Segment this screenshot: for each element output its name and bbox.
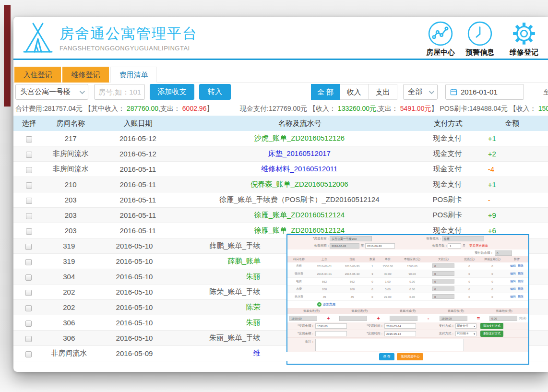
date-range-to-label: 至 — [543, 84, 548, 100]
row-checkbox[interactable] — [25, 321, 32, 327]
bill-name-link[interactable]: 倪春森_账单_ZD20160512006 — [179, 180, 419, 189]
summary-text: 287760.00 — [127, 105, 158, 112]
room-cell: 304 — [44, 273, 94, 281]
nav-repair-register-label: 维修登记 — [501, 48, 547, 57]
fee-debt-cell: 0 — [428, 271, 459, 276]
fee-due: 0.00 — [397, 296, 428, 298]
remark-textarea[interactable] — [315, 339, 464, 351]
edit-link[interactable]: 编辑 — [510, 280, 516, 283]
row-checkbox[interactable] — [26, 213, 32, 219]
house-name-input[interactable]: 头宫公寓一号楼203 — [330, 236, 372, 241]
transaction-row: *交易金额：*交易时间：2016-05-14支付方式：POS刷卡▾删除支付方式 — [287, 330, 528, 338]
totals-input[interactable]: 1590.00 — [440, 316, 467, 321]
add-income-expense-button[interactable]: 添加收支 — [150, 84, 194, 100]
bill-name-link[interactable]: 沙虎_账单_ZD20160512126 — [179, 134, 419, 143]
room-cell: 202 — [44, 288, 94, 296]
transaction-time-label: *交易时间： — [364, 332, 383, 336]
pay-method-select[interactable]: 现金支付▾ — [455, 323, 477, 329]
period-to-input[interactable]: 2016-06-30 — [365, 243, 395, 249]
month-unit-label: 月 — [461, 244, 467, 248]
row-checkbox[interactable] — [26, 136, 32, 143]
popup-footer: 保 存 返回房屋中心 — [281, 352, 522, 361]
row-checkbox[interactable] — [25, 305, 32, 311]
delete-link[interactable]: 删除 — [518, 264, 524, 267]
prepay-input[interactable]: 0 — [495, 250, 512, 256]
fee-debt-input[interactable]: 0 — [432, 271, 454, 276]
tenant-name-input[interactable]: 徐雁 — [442, 236, 484, 241]
delete-link[interactable]: 删除 — [518, 280, 524, 283]
pay-method-select[interactable]: POS刷卡▾ — [455, 331, 477, 336]
amount-cell: +1 — [476, 180, 548, 189]
row-checkbox[interactable] — [26, 152, 32, 158]
date-cell: 2016-05-10 — [94, 257, 175, 265]
save-button[interactable]: 保 存 — [379, 353, 395, 360]
fee-debt-input[interactable]: 0 — [432, 279, 454, 284]
period-from-input[interactable]: 2016-06-01 — [330, 243, 359, 249]
nav-repair-register[interactable]: 维修登记 — [501, 21, 547, 57]
edit-link[interactable]: 编辑 — [510, 272, 516, 275]
totals-input[interactable]: 1590.00 — [289, 316, 317, 321]
row-checkbox[interactable] — [25, 259, 32, 265]
bill-name-link[interactable]: 徐雁_账单_ZD20160512124 — [179, 211, 419, 220]
fee-debt-input[interactable]: 0 — [432, 286, 454, 291]
fee-due: 0.00 — [397, 288, 428, 291]
fee-due: 90.00 — [397, 273, 428, 275]
row-checkbox[interactable] — [26, 228, 32, 235]
fee-qty: 3 — [366, 273, 379, 275]
return-house-center-button[interactable]: 返回房屋中心 — [397, 353, 423, 360]
bill-name-link[interactable]: 床垫_20160512017 — [179, 149, 419, 158]
transaction-time-input[interactable]: 2016-05-14 — [384, 331, 416, 336]
room-cell: 203 — [45, 211, 96, 219]
date-from-input[interactable]: 2016-01-01 — [445, 84, 524, 100]
fee-debt-input[interactable]: 0 — [432, 294, 454, 299]
tab-1[interactable]: 入住登记 — [14, 67, 61, 83]
edit-link[interactable]: 编辑 — [510, 295, 516, 298]
filter-segment[interactable]: 全部 — [311, 84, 340, 100]
delete-link[interactable]: 删除 — [518, 272, 524, 275]
add-pay-method-button[interactable]: 添加支付方式 — [480, 323, 503, 329]
filter-segment[interactable]: 收入 — [340, 84, 369, 100]
fee-debt-input[interactable]: 0 — [432, 263, 454, 268]
row-checkbox[interactable] — [25, 351, 32, 357]
tab-2[interactable]: 维修登记 — [62, 67, 109, 83]
nav-warning-info[interactable]: 预警信息 — [457, 21, 503, 57]
row-checkbox[interactable] — [25, 336, 32, 342]
totals-input[interactable] — [390, 316, 417, 321]
totals-input[interactable] — [339, 316, 367, 321]
edit-link[interactable]: 编辑 — [510, 264, 516, 267]
row-checkbox[interactable] — [26, 167, 32, 173]
fee-current: 208 — [338, 288, 366, 291]
delete-link[interactable]: 删除 — [518, 295, 524, 298]
totals-input[interactable]: 0.00 — [489, 316, 517, 321]
delete-pay-method-button[interactable]: 删除支付方式 — [480, 331, 503, 337]
delete-link[interactable]: 删除 — [518, 287, 524, 290]
transaction-time-input[interactable]: 2016-05-14 — [384, 323, 416, 329]
fee-column-header: 操作 — [505, 257, 528, 261]
row-checkbox[interactable] — [26, 182, 32, 189]
transfer-in-button[interactable]: 转入 — [199, 84, 231, 100]
row-checkbox[interactable] — [25, 290, 32, 296]
months-input[interactable]: 1 — [448, 243, 461, 249]
edit-link[interactable]: 编辑 — [510, 287, 516, 290]
checkbox-cell — [13, 180, 45, 189]
room-number-input[interactable] — [94, 84, 145, 100]
tab-3[interactable]: 费用清单 — [110, 67, 157, 83]
date-cell: 2016-05-10 — [94, 288, 175, 296]
date-cell: 2016-05-11 — [96, 226, 179, 235]
fee-qty: 0 — [366, 280, 379, 283]
pay-type-select[interactable]: 全部 — [403, 84, 438, 100]
fee-offset: 0 — [479, 265, 505, 268]
filter-segment[interactable]: 支出 — [369, 84, 397, 100]
row-checkbox[interactable] — [25, 274, 32, 281]
fee-price: 30.00 — [379, 273, 397, 275]
row-checkbox[interactable] — [26, 198, 32, 204]
fee-actions: 编辑删除 — [505, 295, 528, 299]
transaction-amount-input[interactable]: 1590.00 — [315, 323, 347, 329]
history-bills-link[interactable]: 更多历史账单 — [469, 244, 488, 248]
transaction-amount-input[interactable] — [315, 331, 347, 336]
building-select[interactable]: 头宫公寓一号楼 — [15, 84, 88, 100]
add-fee-link[interactable]: 添加费用 — [323, 302, 335, 307]
bill-name-link[interactable]: 维修材料_20160512011 — [179, 165, 419, 174]
fee-name: 物业费 — [287, 272, 310, 276]
row-checkbox[interactable] — [25, 244, 32, 250]
